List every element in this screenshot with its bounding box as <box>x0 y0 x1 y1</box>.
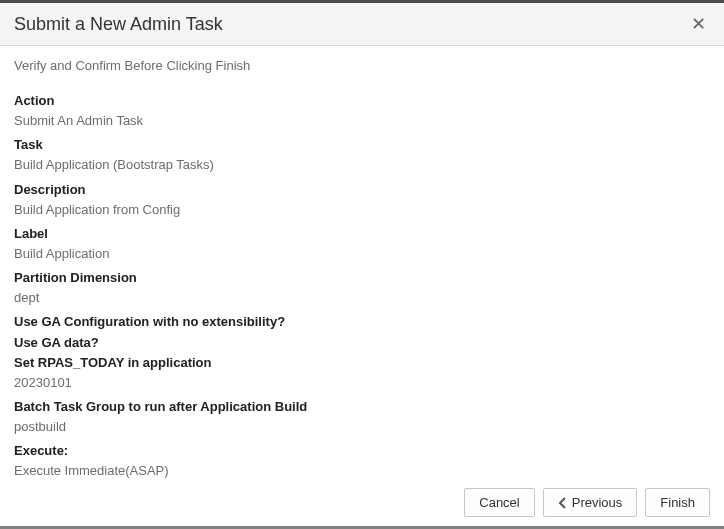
batch-value: postbuild <box>14 417 710 437</box>
previous-button[interactable]: Previous <box>543 488 638 517</box>
cancel-button[interactable]: Cancel <box>464 488 534 517</box>
cancel-button-label: Cancel <box>479 495 519 510</box>
close-icon: ✕ <box>691 14 706 34</box>
action-label: Action <box>14 91 710 111</box>
chevron-left-icon <box>558 497 568 509</box>
task-value: Build Application (Bootstrap Tasks) <box>14 155 710 175</box>
task-label: Task <box>14 135 710 155</box>
finish-button[interactable]: Finish <box>645 488 710 517</box>
execute-value: Execute Immediate(ASAP) <box>14 461 710 481</box>
dialog-header: Submit a New Admin Task ✕ <box>0 3 724 46</box>
partition-value: dept <box>14 288 710 308</box>
action-value: Submit An Admin Task <box>14 111 710 131</box>
description-value: Build Application from Config <box>14 200 710 220</box>
rpas-label: Set RPAS_TODAY in application <box>14 353 710 373</box>
dialog-title: Submit a New Admin Task <box>14 14 223 35</box>
finish-button-label: Finish <box>660 495 695 510</box>
description-label: Description <box>14 180 710 200</box>
previous-button-label: Previous <box>572 495 623 510</box>
subtitle-text: Verify and Confirm Before Clicking Finis… <box>14 58 710 73</box>
execute-label: Execute: <box>14 441 710 461</box>
label-value: Build Application <box>14 244 710 264</box>
label-label: Label <box>14 224 710 244</box>
ga-config-label: Use GA Configuration with no extensibili… <box>14 312 710 332</box>
batch-label: Batch Task Group to run after Applicatio… <box>14 397 710 417</box>
partition-label: Partition Dimension <box>14 268 710 288</box>
rpas-value: 20230101 <box>14 373 710 393</box>
ga-data-label: Use GA data? <box>14 333 710 353</box>
dialog-content: Verify and Confirm Before Clicking Finis… <box>0 46 724 482</box>
close-button[interactable]: ✕ <box>687 13 710 35</box>
dialog-footer: Cancel Previous Finish <box>464 488 710 517</box>
